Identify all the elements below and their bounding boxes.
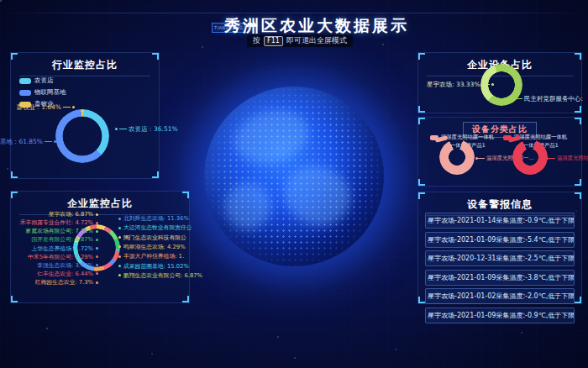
panel-device-alarms: 设备警报信息 星宇农场-2021-01-14采集温度:-0.9℃,低于下限:0℃… <box>417 192 582 304</box>
classification-donut-right[interactable] <box>512 139 548 175</box>
chart-label: 鹏翔生态农业有限公司: 6.87% <box>118 271 202 280</box>
chart-label: 物联网基地：61.85% <box>0 138 56 146</box>
panel-enterprise-monitoring: 企业监控占比 星宇农场: 6.87% 禾丰雨露专业合作社: 4.72% 家庭农场… <box>10 191 190 303</box>
chart-label: 仁丰生态农业: 6.44% <box>37 270 98 278</box>
alarm-list: 星宇农场-2021-01-14采集温度:-0.9℃,低于下限:0℃ 星宇农场-2… <box>425 213 575 323</box>
panel-enterprise-equipment: 企业设备占比 星宇农场: 33.33% 民主村党群服务中心: <box>417 52 582 113</box>
chart-label: 大运河生态牧业有限责任公 <box>118 223 192 232</box>
chart-label: 星宇农场: 33.33% <box>427 81 494 89</box>
tooltip-suffix: 即可退出全屏模式 <box>286 35 347 46</box>
chart-label: 陶门生态农业科技有限公 <box>118 234 186 242</box>
chart-label: 温湿度光照结露一… <box>546 155 588 162</box>
panel-device-classification: 设备分类占比 温湿度光照结露一体机 一体机类产品1 温湿度光照结露一… 温湿度光… <box>417 117 582 187</box>
globe <box>204 87 384 266</box>
chart-label: 丰源大户种信养殖场: 1. <box>118 252 184 260</box>
enterprise-labels-right: 北刘舜生态农场: 11.36% 大运河生态牧业有限责任公 陶门生态农业科技有限公… <box>118 214 189 280</box>
header-divider-line <box>0 13 588 13</box>
panel-title: 行业监控占比 <box>11 53 159 76</box>
chart-label: 民主村党群服务中心: <box>511 95 583 103</box>
alarm-item: 星宇农场-2020-12-31采集温度:-2.5℃,低于下限:0℃ <box>425 250 575 266</box>
alarm-item: 星宇农场-2021-01-09采集温度:-3.8℃,低于下限:0℃ <box>425 270 575 286</box>
legend-item[interactable]: 物联网基地 <box>19 88 66 97</box>
alarm-item: 星宇农场-2021-01-14采集温度:-0.9℃,低于下限:0℃ <box>425 213 575 229</box>
alarm-item: 星宇农场-2021-01-09采集温度:-0.9℃,低于下限:0℃ <box>425 308 575 323</box>
chart-label: 星宇农场: 6.87% <box>49 210 98 218</box>
fullscreen-exit-tooltip: 按 F11 即可退出全屏模式 <box>247 34 353 47</box>
chart-label: 家庭农场有限公司: 7.72% <box>26 227 98 235</box>
chart-label: 畜牧业：1.64% <box>16 103 75 112</box>
tooltip-prefix: 按 <box>253 35 260 46</box>
f11-key-badge: F11 <box>264 36 283 46</box>
chart-label: 禾丰雨露专业合作社: 4.72% <box>20 218 98 227</box>
chart-label: 红梅园生态农业: 7.3% <box>35 278 98 287</box>
chart-label: 鸣翠湖生态农场: 4.29% <box>118 243 186 251</box>
alarm-item: 星宇农场-2021-01-09采集温度:-5.4℃,低于下限:0℃ <box>425 232 575 248</box>
chart-label: 中禾5年有限公司: 7.29% <box>28 253 98 261</box>
chart-label: 国开发有限公司: 6.87% <box>31 235 98 244</box>
legend-item[interactable]: 农资店 <box>19 76 66 85</box>
chart-label: 农资店：36.51% <box>115 125 178 134</box>
chart-label: 李强生态农场: 3.42% <box>37 261 98 270</box>
chart-label: 北刘舜生态农场: 11.36% <box>118 214 189 223</box>
alarm-item: 星宇农场-2021-01-02采集温度:-2.0℃,低于下限:0℃ <box>425 288 575 304</box>
chart-label: 上华生态养殖场: 1.72% <box>31 244 98 253</box>
classification-donut-left[interactable] <box>439 139 475 175</box>
panel-industry-monitoring: 行业监控占比 农资店 物联网基地 畜牧业 畜牧业：1.64% 农资店：36.51… <box>10 52 160 179</box>
enterprise-labels-left: 星宇农场: 6.87% 禾丰雨露专业合作社: 4.72% 家庭农场有限公司: 7… <box>14 210 98 287</box>
legend-swatch <box>19 90 31 96</box>
dashboard: TIANZHENG 秀洲区农业大数据展示 按 F11 即可退出全屏模式 行业监控… <box>0 0 588 368</box>
legend-swatch <box>19 78 31 84</box>
chart-label: 成果园苗圃基地: 15.02% <box>118 262 189 271</box>
industry-donut-chart[interactable] <box>55 109 109 163</box>
globe-dot-pattern <box>204 87 384 266</box>
